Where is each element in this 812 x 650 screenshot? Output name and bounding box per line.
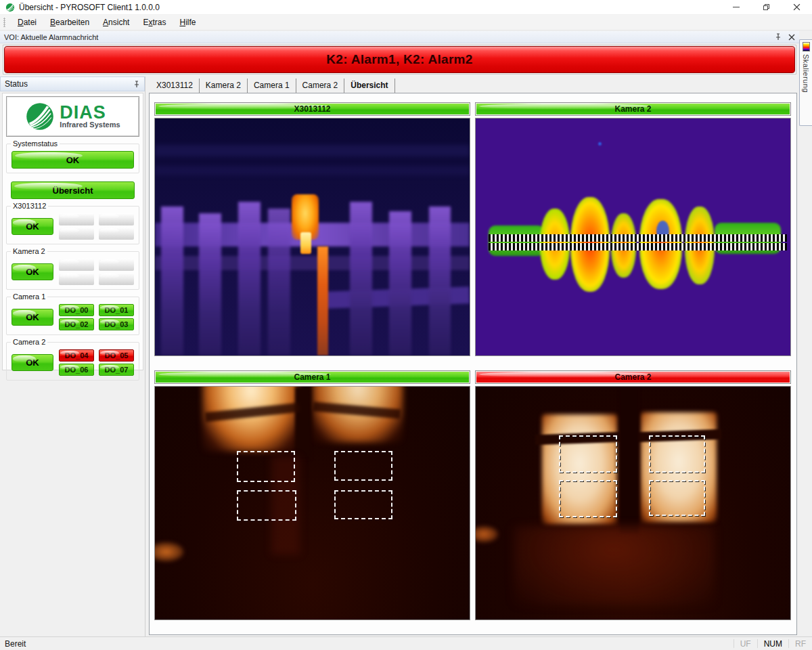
output-do-03[interactable]: DO_03 [99,318,134,330]
overview-tab-page: X3013112 [149,93,797,635]
group-label: Kamera 2 [11,247,47,255]
dias-subtitle-text: Infrared Systems [60,121,120,129]
camera-image-x3013112[interactable] [154,118,470,356]
menu-extras[interactable]: Extras [136,16,173,29]
output-indicator[interactable] [99,273,134,285]
dias-logo: DIAS Infrared Systems [6,96,139,137]
camera-panel-camera-1: Camera 1 [154,370,470,620]
camera-title: Camera 1 [294,372,330,382]
app-logo-icon [5,3,15,12]
status-ready-text: Bereit [0,639,26,649]
camera-status-header[interactable]: X3013112 [154,102,470,116]
tab-camera-2[interactable]: Camera 2 [296,79,345,93]
camera-image-camera-1[interactable] [154,386,470,620]
camera-status-header[interactable]: Camera 1 [154,370,470,384]
roi-rectangle [649,435,706,473]
roi-rectangle [649,480,706,516]
group-camera-2: Camera 2 OK DO_04 DO_05 DO_06 DO_07 [6,342,139,381]
statusbar-rf: RF [788,639,812,648]
pyrosoft-window: Übersicht - PYROSOFT Client1 1.0.0.0 Dat… [0,0,812,650]
output-indicator[interactable] [99,228,134,240]
pin-icon[interactable] [775,33,782,41]
group-systemstatus: Systemstatus OK [6,144,139,173]
alarm-banner: K2: Alarm1, K2: Alarm2 [4,46,795,73]
menu-drag-handle[interactable] [3,18,5,27]
camera-2-ok-button[interactable]: OK [12,354,53,371]
output-do-00[interactable]: DO_00 [59,304,94,316]
tab-camera-1[interactable]: Camera 1 [248,79,296,93]
group-x3013112: X3013112 OK [6,206,139,244]
group-label: X3013112 [11,202,48,210]
tab-kamera-2[interactable]: Kamera 2 [200,79,248,93]
camera-image-camera-2[interactable] [475,386,791,620]
dias-globe-icon [25,102,55,131]
scaling-tab-label: Skalierung [802,54,810,93]
tab-uebersicht[interactable]: Übersicht [344,79,394,93]
menu-bearbeiten[interactable]: Bearbeiten [43,16,96,29]
status-bar: Bereit UF NUM RF [0,636,812,650]
output-indicator[interactable] [59,259,94,271]
group-label: Systemstatus [11,139,60,148]
statusbar-num: NUM [757,639,788,648]
output-do-07[interactable]: DO_07 [99,364,134,376]
output-do-04[interactable]: DO_04 [59,349,94,362]
alarm-panel: VOI: Aktuelle Alarmnachricht K2: Alarm1,… [0,31,799,76]
roi-rectangle [559,435,617,473]
dias-brand-text: DIAS [60,104,120,121]
output-indicator[interactable] [59,273,94,285]
alarm-panel-title: VOI: Aktuelle Alarmnachricht [4,33,98,41]
group-camera-1: Camera 1 OK DO_00 DO_01 DO_02 DO_03 [6,297,139,335]
roi-rectangle [334,490,392,519]
output-indicator[interactable] [99,213,134,225]
alarm-banner-frame: K2: Alarm1, K2: Alarm2 [3,45,796,74]
close-panel-icon[interactable] [788,34,795,41]
camera-title: Camera 2 [614,372,651,382]
output-do-06[interactable]: DO_06 [59,364,94,376]
close-button[interactable] [782,0,812,14]
camera-panel-x3013112: X3013112 [154,102,470,356]
sidebar-body: DIAS Infrared Systems Systemstatus OK Üb… [2,93,143,370]
group-label: Camera 1 [11,292,47,301]
x3013112-ok-button[interactable]: OK [12,218,53,235]
tab-x3013112[interactable]: X3013112 [150,79,200,93]
output-indicator[interactable] [59,228,94,240]
camera-title: X3013112 [294,104,330,114]
overview-button[interactable]: Übersicht [11,181,135,199]
roi-measure-band [489,243,788,251]
output-do-01[interactable]: DO_01 [99,304,134,316]
output-indicator[interactable] [99,259,134,271]
output-do-05[interactable]: DO_05 [99,349,134,362]
thermal-crankshaft-scene [476,118,790,355]
title-bar: Übersicht - PYROSOFT Client1 1.0.0.0 [0,0,812,15]
minimize-button[interactable] [721,0,751,14]
camera-title: Kamera 2 [614,104,651,114]
scaling-side-tab[interactable]: Skalierung [799,39,812,126]
menu-hilfe[interactable]: Hilfe [173,16,203,29]
camera-status-header[interactable]: Kamera 2 [475,102,791,116]
minimize-icon [733,7,740,7]
thermal-scale-icon [803,42,810,51]
camera-image-kamera-2[interactable] [475,118,791,356]
statusbar-uf: UF [734,639,757,648]
restore-icon [763,4,769,10]
camera-status-header[interactable]: Camera 2 [475,370,791,384]
alarm-panel-titlebar: VOI: Aktuelle Alarmnachricht [0,31,799,43]
window-title: Übersicht - PYROSOFT Client1 1.0.0.0 [19,3,160,12]
restore-button[interactable] [751,0,782,14]
close-icon [793,3,800,11]
output-indicator[interactable] [59,213,94,225]
output-do-02[interactable]: DO_02 [59,318,94,330]
alarm-message: K2: Alarm1, K2: Alarm2 [326,52,472,67]
roi-measure-band [489,234,788,242]
group-label: Camera 2 [11,338,47,346]
view-tabstrip: X3013112 Kamera 2 Camera 1 Camera 2 Über… [150,77,395,93]
camera-panel-kamera-2: Kamera 2 [475,102,791,356]
systemstatus-ok-button[interactable]: OK [12,151,134,169]
menu-datei[interactable]: Datei [11,16,43,29]
group-kamera-2: Kamera 2 OK [6,251,139,290]
pin-icon[interactable] [133,81,140,88]
camera-1-ok-button[interactable]: OK [12,309,53,326]
menu-ansicht[interactable]: Ansicht [96,16,136,29]
kamera-2-ok-button[interactable]: OK [12,263,53,280]
thermal-electrical-panel-scene [155,118,470,355]
